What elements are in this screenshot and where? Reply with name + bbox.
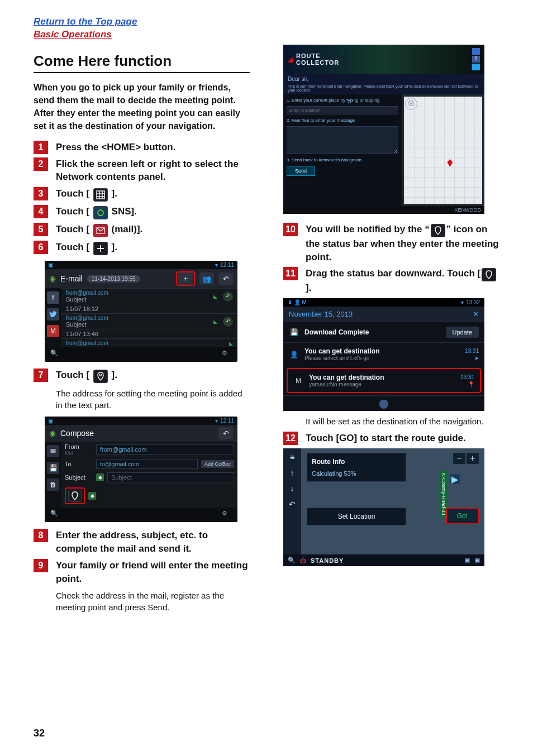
attach-icon[interactable]: ◆ xyxy=(96,473,104,481)
new-mail-button[interactable]: ＋ xyxy=(178,272,193,285)
panel-icon[interactable]: ▣ xyxy=(464,557,470,564)
plus-icon xyxy=(93,242,108,255)
from-input[interactable]: from@gmail.com xyxy=(96,444,234,454)
drag-handle-icon[interactable]: ⬤ xyxy=(283,395,484,411)
add-cc-bcc-button[interactable]: Add Cc/Bcc xyxy=(201,460,234,468)
mail-row[interactable]: from@gmail.com ◣ xyxy=(61,338,237,347)
subject-input[interactable]: Subject xyxy=(107,472,234,482)
step-fragment: Touch [ xyxy=(56,242,89,252)
search-icon[interactable]: 🔍 xyxy=(288,557,296,564)
step-number: 7 xyxy=(34,369,48,382)
status-left-icon: ▣ xyxy=(48,418,53,424)
share-mail-icon[interactable] xyxy=(472,48,480,55)
trash-icon[interactable]: 🗑 xyxy=(47,479,59,491)
link-return-top[interactable]: Return to the Top page xyxy=(34,16,499,28)
svg-rect-0 xyxy=(97,191,104,199)
route-info-title: Route Info xyxy=(312,458,401,466)
notif-title: You can get destination xyxy=(304,347,379,355)
twitter-icon[interactable] xyxy=(47,308,59,320)
notif-title: Download Complete xyxy=(304,328,369,336)
route-info-card: Route Info Calculating 53% xyxy=(307,453,406,482)
notif-row-highlighted[interactable]: M You can get destination yamasu:No mess… xyxy=(287,368,481,393)
notif-sub: yamasu:No message xyxy=(309,381,384,387)
share-fb-icon[interactable]: f xyxy=(472,56,480,63)
step-fragment: Touch [ xyxy=(56,206,89,217)
gear-icon[interactable]: ⚙ xyxy=(222,510,232,520)
gear-icon[interactable]: ⚙ xyxy=(222,350,232,360)
step-7-note: The address for setting the meeting poin… xyxy=(56,387,250,411)
apps-grid-icon xyxy=(93,188,108,202)
facebook-icon[interactable]: f xyxy=(47,291,59,304)
back-button[interactable]: ↶ xyxy=(218,427,233,439)
mail-from: from@gmail.com xyxy=(66,315,208,321)
screen-title: E-mail xyxy=(60,274,83,283)
search-icon[interactable]: 🔍 xyxy=(50,510,60,520)
pin-m-icon: M xyxy=(93,370,108,383)
reply-icon[interactable]: ↶ xyxy=(223,317,233,327)
status-left-icon: ▣ xyxy=(48,262,53,268)
mail-icon xyxy=(93,224,108,237)
back-button[interactable]: ↶ xyxy=(218,272,233,285)
link-basic-ops[interactable]: Basic Operations xyxy=(34,28,499,41)
page-number: 32 xyxy=(34,728,45,739)
step-number: 1 xyxy=(34,141,48,154)
step-4: 4 Touch [ SNS]. xyxy=(34,205,250,219)
step-text: Touch [ ]. xyxy=(56,241,250,255)
status-time: 12:11 xyxy=(220,262,234,268)
panel2-icon[interactable]: ▣ xyxy=(474,557,480,564)
rc-send-button[interactable]: Send xyxy=(287,166,315,176)
attach-icon[interactable]: ◆ xyxy=(88,492,96,500)
section-title: Come Here function xyxy=(34,52,250,73)
rc-location-input[interactable] xyxy=(287,106,398,114)
rc-step3: 3. Send back to kenwood's navigation. xyxy=(287,157,398,162)
pin-small-icon: 📍 xyxy=(468,381,474,387)
to-input[interactable]: to@gmail.com xyxy=(96,459,198,469)
status-time: 12:11 xyxy=(220,418,234,424)
pin-m-button[interactable] xyxy=(68,490,82,502)
rc-message-input[interactable] xyxy=(287,126,398,154)
step-fragment: Touch [ xyxy=(56,370,89,380)
nav-map[interactable]: − + Route Info Calculating 53% N-County-… xyxy=(301,448,484,554)
pin-m-icon xyxy=(482,268,496,281)
go-button[interactable]: Go! xyxy=(446,508,479,524)
date-chip[interactable]: 11-14-2013 19:55 xyxy=(87,275,140,283)
notif-sub: Please select and Let's go xyxy=(304,355,379,361)
contacts-button[interactable]: 👥 xyxy=(199,272,214,285)
gmail-icon[interactable]: M xyxy=(47,325,59,337)
locate-me-icon[interactable]: ⦿ xyxy=(405,98,417,110)
save-icon[interactable]: 💾 xyxy=(47,462,59,474)
screen-title: Compose xyxy=(60,429,94,438)
reply-icon[interactable]: ↶ xyxy=(223,291,233,302)
down-icon[interactable]: ↓ xyxy=(291,484,294,493)
search-icon[interactable]: 🔍 xyxy=(50,350,60,360)
send-icon[interactable]: ✉ xyxy=(47,445,59,457)
mail-divider: 11/07 18:12 xyxy=(61,304,237,313)
step-12: 12 Touch [GO] to start the route guide. xyxy=(283,432,499,445)
close-icon[interactable]: ✕ xyxy=(473,310,479,318)
logo-icon: ◢ xyxy=(288,55,293,63)
globe-icon: ◉ xyxy=(49,274,56,283)
set-location-button[interactable]: Set Location xyxy=(307,508,406,525)
step-number: 6 xyxy=(34,241,48,254)
menu-icon[interactable]: ≡ xyxy=(290,453,294,462)
notif-row[interactable]: 💾 Download Complete Update xyxy=(283,322,484,342)
step-text: Touch [ M ]. xyxy=(56,369,250,383)
flag-icon: ◣ xyxy=(229,341,233,346)
update-button[interactable]: Update xyxy=(446,327,479,338)
step-fragment: ]. xyxy=(112,242,117,252)
from-label: From xyxy=(65,443,93,450)
status-icons: ⬇ 👤 M xyxy=(288,299,307,305)
sns-icon xyxy=(93,206,108,219)
undo-icon[interactable]: ↶ xyxy=(289,500,296,509)
mail-row[interactable]: from@gmail.com Subject ◣ ↶ xyxy=(61,288,237,304)
share-tw-icon[interactable] xyxy=(472,64,480,70)
up-icon[interactable]: ↑ xyxy=(291,468,294,477)
power-icon[interactable]: ⏻ xyxy=(300,557,306,564)
rc-map[interactable]: ⦿ xyxy=(402,94,484,206)
notif-row[interactable]: 👤 You can get destination Please select … xyxy=(283,342,484,366)
zoom-in-icon[interactable]: + xyxy=(467,453,479,464)
mail-row[interactable]: from@gmail.com Subject ◣ ↶ xyxy=(61,313,237,329)
step-text: Enter the address, subject, etc. to comp… xyxy=(56,529,250,556)
zoom-out-icon[interactable]: − xyxy=(453,453,465,464)
step-number: 11 xyxy=(283,267,298,280)
